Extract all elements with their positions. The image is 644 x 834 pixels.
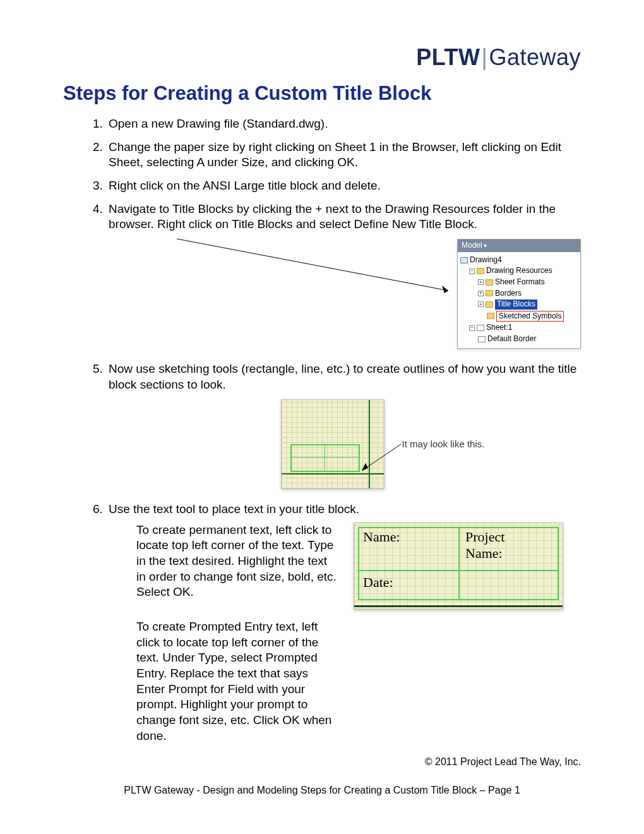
- step-4: Navigate to Title Blocks by clicking the…: [106, 202, 581, 349]
- brand-logo: PLTW|Gateway: [63, 44, 581, 71]
- tree-label: Drawing4: [470, 255, 502, 265]
- tb-label-project2: Name:: [465, 545, 503, 563]
- tb-label-project1: Project: [465, 528, 504, 547]
- folder-icon: [486, 301, 493, 308]
- tb-vertical-divider: [458, 527, 460, 600]
- sketch-box-outer: [290, 444, 360, 472]
- tree-node-resources[interactable]: −Drawing Resources: [460, 265, 578, 277]
- figure-caption: It may look like this.: [402, 438, 485, 450]
- svg-marker-3: [362, 463, 368, 471]
- step-5: Now use sketching tools (rectangle, line…: [106, 361, 581, 488]
- tree-node-borders[interactable]: +Borders: [460, 288, 578, 299]
- tree-node-title-blocks[interactable]: +Title Blocks: [460, 299, 578, 310]
- collapse-icon[interactable]: −: [469, 325, 475, 331]
- sketch-box-vdiv: [325, 444, 325, 472]
- tree-node-drawing[interactable]: Drawing4: [460, 255, 578, 266]
- tb-horizontal-divider: [358, 570, 559, 571]
- figure-tree-panel: Model Drawing4 −Drawing Resources +Sheet…: [109, 239, 581, 349]
- tree-title[interactable]: Model: [458, 239, 580, 252]
- tree-label: Default Border: [487, 334, 536, 344]
- expand-icon[interactable]: +: [478, 301, 484, 307]
- caption-text: It may look like this.: [402, 438, 485, 449]
- sheet-icon: [477, 325, 484, 331]
- brand-left: PLTW: [416, 44, 480, 70]
- expand-icon[interactable]: +: [478, 279, 484, 285]
- arrow-icon: [177, 239, 455, 302]
- step-2: Change the paper size by right clicking …: [106, 140, 581, 171]
- figure-sketch: It may look like this.: [184, 399, 581, 489]
- svg-line-2: [362, 444, 401, 471]
- step-6-content: To create permanent text, left click to …: [109, 523, 581, 763]
- tree-label-highlighted: Sketched Symbols: [496, 311, 564, 322]
- tree-node-sketched-symbols[interactable]: Sketched Symbols: [460, 310, 578, 323]
- brand-right: Gateway: [489, 44, 581, 70]
- svg-line-0: [177, 239, 448, 291]
- footer-text: PLTW Gateway - Design and Modeling Steps…: [63, 785, 581, 796]
- step-6: Use the text tool to place text in your …: [106, 502, 581, 763]
- folder-icon: [477, 268, 484, 274]
- folder-icon: [487, 313, 494, 319]
- tree-node-sheet-formats[interactable]: +Sheet Formats: [460, 277, 578, 288]
- tb-base-line: [354, 605, 563, 607]
- step-6-p2: To create Prompted Entry text, left clic…: [136, 619, 338, 744]
- drawing-icon: [460, 257, 468, 263]
- arrow-icon: [358, 443, 402, 474]
- browser-tree-panel: Model Drawing4 −Drawing Resources +Sheet…: [457, 239, 581, 349]
- step-6-p1: To create permanent text, left click to …: [136, 523, 338, 600]
- tree-label: Sheet Formats: [495, 277, 545, 287]
- step-6-text: Use the text tool to place text in your …: [109, 502, 359, 516]
- tb-label-name: Name:: [363, 528, 400, 547]
- copyright-text: © 2011 Project Lead The Way, Inc.: [425, 756, 581, 768]
- steps-list: Open a new Drawing file (Standard.dwg). …: [63, 116, 581, 763]
- step-1: Open a new Drawing file (Standard.dwg).: [106, 116, 581, 132]
- tree-node-sheet1[interactable]: −Sheet:1: [460, 322, 578, 334]
- brand-divider-icon: |: [482, 44, 488, 70]
- tb-label-date: Date:: [363, 574, 393, 592]
- page-title: Steps for Creating a Custom Title Block: [63, 82, 581, 105]
- step-5-text: Now use sketching tools (rectangle, line…: [109, 362, 576, 391]
- folder-icon: [486, 290, 493, 296]
- step-4-text: Navigate to Title Blocks by clicking the…: [109, 202, 556, 231]
- expand-icon[interactable]: +: [478, 291, 484, 296]
- border-icon: [478, 336, 486, 342]
- tree-node-default-border[interactable]: Default Border: [460, 334, 578, 345]
- tree-label: Drawing Resources: [486, 266, 552, 276]
- collapse-icon[interactable]: −: [469, 269, 475, 274]
- step-6-paragraphs: To create permanent text, left click to …: [136, 523, 338, 763]
- sketch-box-mid: [290, 457, 360, 457]
- step-3: Right click on the ANSI Large title bloc…: [106, 178, 581, 194]
- tree-label-selected: Title Blocks: [495, 299, 537, 310]
- tree-label: Borders: [495, 289, 522, 299]
- folder-icon: [486, 279, 493, 286]
- tree-label: Sheet:1: [486, 323, 512, 333]
- title-block-preview: Name: Project Name: Date:: [354, 523, 563, 610]
